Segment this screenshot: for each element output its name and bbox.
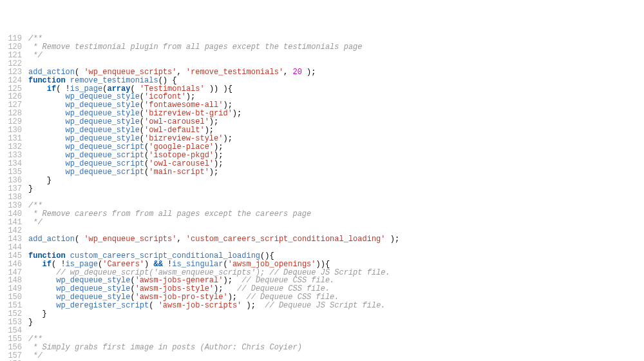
- token: () {: [158, 76, 177, 85]
- token: [28, 159, 66, 168]
- token: custom_careers_script_conditional_loadin…: [70, 251, 260, 260]
- token: add_action: [28, 68, 75, 77]
- token: );: [223, 101, 232, 110]
- token: [28, 151, 66, 160]
- code-content[interactable]: */: [28, 352, 644, 360]
- token: 'awsm-jobs-style': [135, 284, 214, 293]
- line-number: 140: [0, 210, 28, 219]
- code-line[interactable]: 156 * Simply grabs first image in posts …: [0, 344, 644, 352]
- token: );: [228, 293, 247, 302]
- token: // wp_dequeue_script('awsm_enqueue_scrip…: [56, 268, 390, 277]
- line-number: 137: [0, 185, 28, 193]
- line-number: 144: [0, 244, 28, 252]
- token: wp_dequeue_style: [66, 126, 140, 135]
- token: is_page: [66, 260, 98, 269]
- line-number: 141: [0, 219, 28, 227]
- code-content[interactable]: * Remove careers from from all pages exc…: [28, 210, 644, 219]
- token: function: [28, 76, 66, 85]
- code-line[interactable]: 151 wp_deregister_script( 'awsm-job-scri…: [0, 302, 644, 310]
- token: 'icofont': [144, 92, 186, 101]
- code-line[interactable]: 152 }: [0, 310, 644, 318]
- token: [28, 134, 66, 143]
- token: 'awsm-jobs-general': [135, 276, 223, 285]
- code-line[interactable]: 157 */: [0, 352, 644, 360]
- token: ,: [176, 235, 185, 244]
- code-content[interactable]: }: [28, 318, 644, 327]
- code-line[interactable]: 138: [0, 193, 644, 202]
- token: (){: [260, 251, 274, 260]
- token: wp_dequeue_style: [66, 101, 140, 110]
- token: wp_dequeue_script: [66, 159, 144, 168]
- line-number: 123: [0, 68, 28, 77]
- code-line[interactable]: 121 */: [0, 52, 644, 60]
- token: );: [214, 142, 223, 151]
- token: remove_testimonials: [70, 76, 158, 85]
- token: [28, 126, 66, 135]
- token: * Remove testimonial plugin from all pag…: [28, 43, 362, 52]
- code-line[interactable]: 120 * Remove testimonial plugin from all…: [0, 43, 644, 52]
- code-content[interactable]: wp_deregister_script( 'awsm-job-scripts'…: [28, 302, 644, 310]
- token: wp_dequeue_style: [56, 284, 130, 293]
- code-content[interactable]: wp_dequeue_script('main-script');: [28, 168, 644, 177]
- token: );: [214, 151, 223, 160]
- token: function: [28, 251, 66, 260]
- code-line[interactable]: 154: [0, 327, 644, 335]
- token: )){: [316, 260, 330, 269]
- code-line[interactable]: 153}: [0, 318, 644, 327]
- token: 'remove_testimonials': [186, 68, 283, 77]
- token: !: [163, 260, 172, 269]
- token: );: [223, 134, 232, 143]
- code-line[interactable]: 143add_action( 'wp_enqueue_scripts', 'cu…: [0, 235, 644, 244]
- token: wp_dequeue_style: [66, 109, 140, 118]
- line-number: 142: [0, 227, 28, 235]
- line-number: 119: [0, 35, 28, 43]
- code-content[interactable]: }: [28, 310, 644, 318]
- token: [28, 109, 66, 118]
- token: if: [47, 84, 56, 93]
- token: );: [386, 235, 400, 244]
- code-content[interactable]: }: [28, 177, 644, 185]
- code-line[interactable]: 140 * Remove careers from from all pages…: [0, 210, 644, 219]
- code-editor[interactable]: 119/**120 * Remove testimonial plugin fr…: [0, 34, 644, 361]
- token: );: [209, 168, 218, 177]
- token: (: [140, 92, 144, 101]
- token: (: [140, 109, 144, 118]
- token: (: [149, 301, 158, 310]
- code-content[interactable]: }: [28, 185, 644, 193]
- code-line[interactable]: 135 wp_dequeue_script('main-script');: [0, 168, 644, 177]
- token: 'owl-carousel': [144, 117, 209, 126]
- token: 'fontawesome-all': [144, 101, 223, 110]
- token: (: [140, 117, 144, 126]
- token: (: [140, 101, 144, 110]
- code-content[interactable]: */: [28, 52, 644, 60]
- token: */: [28, 218, 43, 227]
- token: (: [130, 276, 135, 285]
- line-number: 138: [0, 193, 28, 202]
- token: /**: [28, 34, 43, 43]
- token: (: [140, 126, 144, 135]
- code-line[interactable]: 141 */: [0, 219, 644, 227]
- code-content[interactable]: */: [28, 219, 644, 227]
- token: (: [130, 284, 135, 293]
- token: (: [75, 68, 84, 77]
- code-content[interactable]: * Remove testimonial plugin from all pag…: [28, 43, 644, 52]
- token: wp_dequeue_script: [66, 168, 144, 177]
- code-content[interactable]: * Simply grabs first image in posts (Aut…: [28, 344, 644, 352]
- token: 'bizreview-style': [144, 134, 223, 143]
- line-number: 139: [0, 202, 28, 210]
- line-number: 146: [0, 260, 28, 269]
- token: 'bizreview-bt-grid': [144, 109, 232, 118]
- code-line[interactable]: 137}: [0, 185, 644, 193]
- token: /**: [28, 335, 43, 344]
- token: );: [223, 276, 242, 285]
- code-line[interactable]: 136 }: [0, 177, 644, 185]
- token: // Dequeue CSS file.: [242, 276, 334, 285]
- token: 20: [293, 68, 302, 77]
- line-number: 122: [0, 60, 28, 68]
- token: wp_dequeue_style: [66, 117, 140, 126]
- token: [66, 76, 70, 85]
- token: array: [107, 84, 130, 93]
- code-content[interactable]: add_action( 'wp_enqueue_scripts', 'custo…: [28, 235, 644, 244]
- token: [28, 276, 56, 285]
- token: );: [232, 109, 242, 118]
